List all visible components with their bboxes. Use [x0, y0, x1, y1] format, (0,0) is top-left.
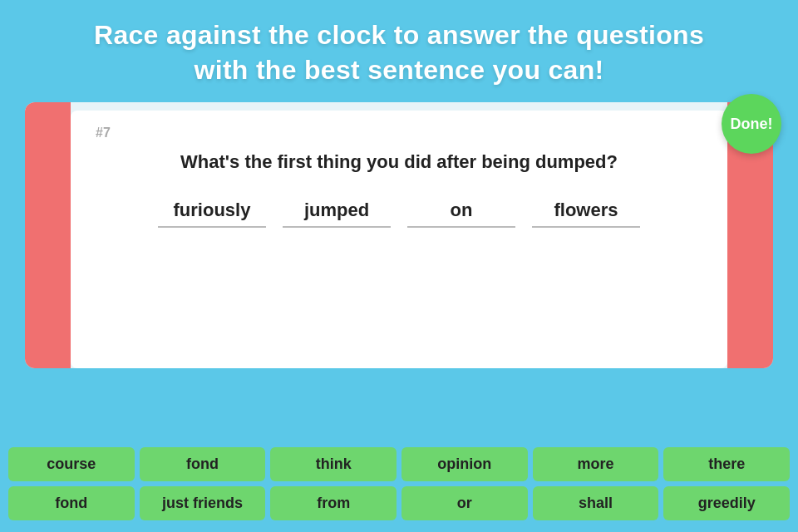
card-wrapper: Done! #7 What's the first thing you did … [25, 102, 773, 368]
header-text: Race against the clock to answer the que… [33, 18, 765, 87]
tile-shall[interactable]: shall [533, 486, 659, 520]
header-line2: with the best sentence you can! [195, 55, 604, 85]
answer-slot-2: on [399, 200, 524, 228]
answer-word-1: jumped [304, 200, 369, 221]
answer-slot-3: flowers [524, 200, 648, 228]
slot-underline-1 [283, 226, 391, 228]
slot-underline-2 [407, 226, 515, 228]
tile-more[interactable]: more [533, 447, 659, 481]
tile-opinion[interactable]: opinion [401, 447, 528, 481]
header: Race against the clock to answer the que… [0, 0, 798, 102]
answer-slot-0: furiously [150, 200, 274, 228]
tile-think[interactable]: think [270, 447, 397, 481]
tile-there[interactable]: there [663, 447, 790, 481]
answer-word-2: on [451, 200, 473, 221]
answer-slot-1: jumped [274, 200, 399, 228]
tile-just-friends[interactable]: just friends [140, 486, 266, 520]
answer-word-0: furiously [174, 200, 251, 221]
question-text: What's the first thing you did after bei… [96, 150, 702, 175]
tile-fond-1[interactable]: fond [140, 447, 266, 481]
tile-greedily[interactable]: greedily [663, 486, 790, 520]
side-bar-left [25, 102, 71, 368]
question-number: #7 [96, 126, 702, 140]
tiles-area: course fond think opinion more there fon… [0, 441, 798, 532]
header-line1: Race against the clock to answer the que… [94, 20, 704, 50]
slot-underline-0 [158, 226, 266, 228]
question-card: #7 What's the first thing you did after … [71, 111, 727, 368]
slot-underline-3 [532, 226, 640, 228]
done-button[interactable]: Done! [722, 94, 781, 154]
tiles-row-1: course fond think opinion more there [8, 447, 790, 481]
tile-or[interactable]: or [401, 486, 528, 520]
tile-from[interactable]: from [270, 486, 397, 520]
tiles-row-2: fond just friends from or shall greedily [8, 486, 790, 520]
answer-word-3: flowers [554, 200, 618, 221]
tile-fond-2[interactable]: fond [8, 486, 135, 520]
answer-slots: furiously jumped on flowers [96, 200, 702, 228]
tile-course[interactable]: course [8, 447, 135, 481]
